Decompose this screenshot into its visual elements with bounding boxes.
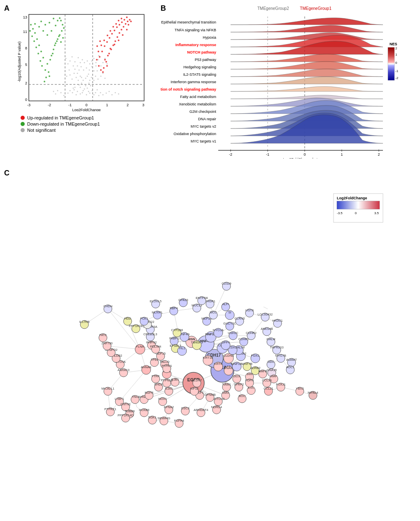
- svg-point-35: [95, 92, 96, 93]
- svg-text:DNA repair: DNA repair: [198, 117, 216, 121]
- svg-text:BOC: BOC: [239, 394, 246, 398]
- svg-text:PTRF: PTRF: [152, 374, 160, 378]
- svg-point-169: [121, 29, 122, 30]
- svg-point-60: [81, 77, 82, 78]
- svg-text:0: 0: [85, 103, 87, 107]
- panel-c: C: [4, 169, 416, 515]
- svg-text:FOXJ1: FOXJ1: [276, 383, 285, 386]
- svg-point-102: [73, 65, 74, 67]
- svg-text:PDLIM4: PDLIM4: [150, 345, 161, 348]
- svg-point-201: [115, 23, 117, 25]
- svg-point-177: [114, 44, 115, 45]
- svg-point-40: [72, 92, 73, 93]
- svg-text:SFRP2: SFRP2: [234, 383, 244, 386]
- panel-a-label: A: [4, 4, 9, 13]
- svg-point-130: [45, 77, 47, 78]
- svg-text:Epithelial mesenchymal transit: Epithelial mesenchymal transition: [161, 20, 216, 24]
- svg-point-205: [103, 40, 105, 41]
- svg-point-133: [40, 60, 41, 62]
- svg-point-63: [80, 76, 81, 77]
- svg-text:NES: NES: [390, 42, 397, 46]
- svg-point-41: [70, 90, 71, 91]
- svg-point-131: [48, 71, 49, 73]
- svg-text:NIPAL4: NIPAL4: [308, 391, 318, 395]
- svg-text:2: 2: [395, 47, 397, 50]
- svg-point-202: [112, 26, 114, 28]
- svg-text:Hypoxia: Hypoxia: [203, 35, 216, 40]
- svg-text:2: 2: [126, 103, 128, 107]
- svg-point-99: [96, 62, 97, 63]
- svg-text:P53 pathway: P53 pathway: [195, 58, 217, 62]
- svg-text:-3: -3: [27, 103, 30, 107]
- svg-point-108: [68, 63, 69, 65]
- svg-point-64: [78, 80, 79, 81]
- svg-text:CD109: CD109: [222, 282, 231, 285]
- svg-text:SGK1: SGK1: [148, 416, 156, 419]
- svg-point-142: [58, 35, 60, 37]
- svg-point-185: [99, 56, 100, 58]
- svg-text:Xenobiotic metabolism: Xenobiotic metabolism: [179, 102, 216, 106]
- svg-point-180: [105, 61, 107, 63]
- svg-rect-243: [388, 47, 394, 80]
- svg-point-78: [69, 70, 70, 71]
- svg-point-77: [70, 75, 71, 76]
- svg-text:CDHR2: CDHR2: [246, 331, 257, 335]
- svg-point-121: [36, 38, 38, 40]
- svg-point-181: [103, 67, 105, 69]
- svg-text:13: 13: [23, 15, 27, 19]
- svg-text:DSC3: DSC3: [181, 407, 189, 410]
- svg-point-136: [52, 53, 54, 54]
- svg-text:PTPRS: PTPRS: [161, 364, 172, 368]
- svg-text:3.5: 3.5: [374, 211, 379, 215]
- svg-point-69: [93, 80, 95, 81]
- svg-text:PPP1R14D: PPP1R14D: [118, 414, 134, 417]
- svg-point-199: [121, 18, 122, 19]
- svg-point-100: [75, 61, 76, 63]
- svg-text:CHDH: CHDH: [103, 304, 112, 308]
- svg-text:GALM: GALM: [266, 337, 275, 341]
- svg-point-39: [89, 83, 90, 84]
- svg-point-209: [99, 40, 101, 42]
- svg-point-184: [96, 59, 98, 61]
- svg-point-66: [91, 77, 92, 78]
- svg-text:PDX1: PDX1: [251, 354, 260, 357]
- svg-point-104: [72, 56, 73, 58]
- svg-text:-2: -2: [395, 76, 399, 80]
- svg-point-145: [62, 37, 64, 39]
- svg-point-144: [29, 30, 31, 32]
- svg-rect-604: [337, 201, 380, 209]
- svg-point-137: [35, 47, 37, 48]
- svg-point-82: [83, 70, 84, 71]
- svg-point-112: [49, 75, 50, 77]
- svg-point-75: [97, 70, 98, 72]
- svg-point-24: [74, 89, 75, 91]
- svg-text:MCC: MCC: [210, 311, 217, 314]
- svg-point-192: [116, 26, 118, 28]
- svg-text:TIAM1: TIAM1: [222, 383, 231, 386]
- svg-text:ALPI: ALPI: [222, 302, 229, 306]
- svg-point-86: [91, 66, 93, 68]
- svg-point-111: [107, 63, 108, 65]
- svg-point-166: [114, 40, 116, 42]
- svg-point-170: [123, 26, 124, 28]
- svg-point-87: [79, 70, 80, 71]
- svg-point-127: [30, 24, 32, 26]
- svg-point-67: [76, 77, 77, 78]
- svg-point-38: [90, 85, 91, 86]
- svg-point-115: [42, 57, 44, 58]
- svg-point-118: [53, 49, 54, 50]
- svg-text:FLNA: FLNA: [136, 345, 144, 348]
- svg-point-76: [100, 76, 102, 77]
- svg-point-156: [59, 17, 61, 19]
- svg-text:1: 1: [106, 103, 108, 107]
- svg-point-52: [57, 90, 58, 91]
- svg-point-134: [49, 59, 51, 61]
- svg-point-62: [89, 80, 91, 81]
- svg-text:CLDN7: CLDN7: [192, 378, 202, 382]
- svg-text:IL17RB: IL17RB: [79, 320, 89, 324]
- svg-text:FAT2: FAT2: [99, 333, 106, 337]
- svg-point-113: [44, 69, 46, 71]
- svg-point-71: [74, 73, 75, 74]
- svg-text:NGFR: NGFR: [145, 391, 154, 395]
- svg-point-161: [106, 65, 108, 67]
